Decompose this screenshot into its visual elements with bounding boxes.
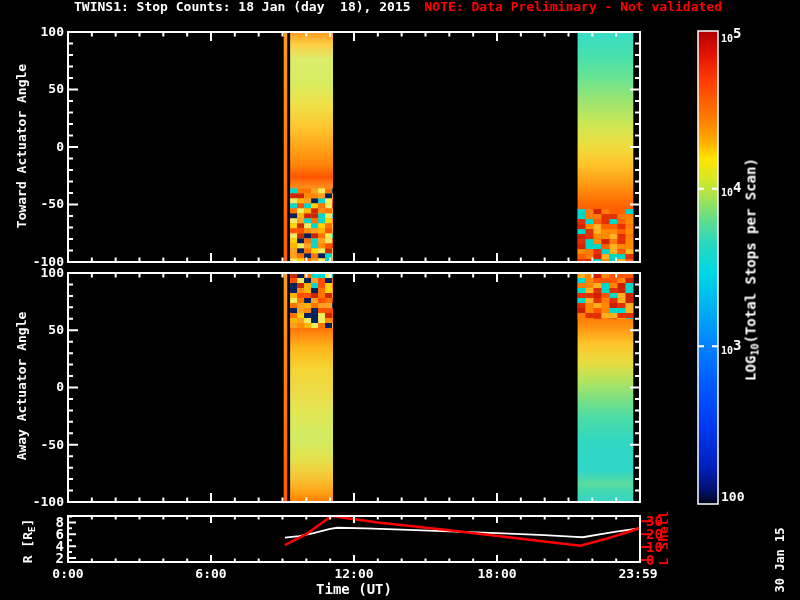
away-spectrogram-panel xyxy=(68,273,640,502)
colorbar-tick-1e3: 103 xyxy=(721,338,741,358)
colorbar-tick-1e4: 104 xyxy=(721,180,741,200)
toward-axis-title: Toward Actuator Angle xyxy=(15,31,29,261)
title-row: TWINS1: Stop Counts: 18 Jan (day 18), 20… xyxy=(0,0,800,14)
orbit-line-panel xyxy=(68,516,640,562)
page-title: TWINS1: Stop Counts: 18 Jan (day 18), 20… xyxy=(74,0,411,14)
r-axis-title: R [RE] xyxy=(21,501,39,581)
toward-spectrogram-panel xyxy=(68,32,640,262)
colorbar-tick-1e5: 105 xyxy=(721,26,741,46)
colorbar-tick-100: 100 xyxy=(721,490,744,504)
date-stamp: 30 Jan 15 xyxy=(773,525,787,595)
xtick-1800: 18:00 xyxy=(465,567,529,581)
plot-screen: { "title": { "main": "TWINS1: Stop Count… xyxy=(0,0,800,600)
xtick-0600: 6:00 xyxy=(179,567,243,581)
preliminary-note: NOTE: Data Preliminary - Not validated xyxy=(425,0,722,14)
colorbar-title: LOG10(Total Stops per Scan) xyxy=(744,40,763,500)
colorbar xyxy=(698,31,718,504)
lshell-axis-title: L Shell xyxy=(657,498,671,578)
xtick-1200: 12:00 xyxy=(322,567,386,581)
away-axis-title: Away Actuator Angle xyxy=(15,271,29,501)
xtick-0000: 0:00 xyxy=(36,567,100,581)
x-axis-title: Time (UT) xyxy=(294,582,414,596)
